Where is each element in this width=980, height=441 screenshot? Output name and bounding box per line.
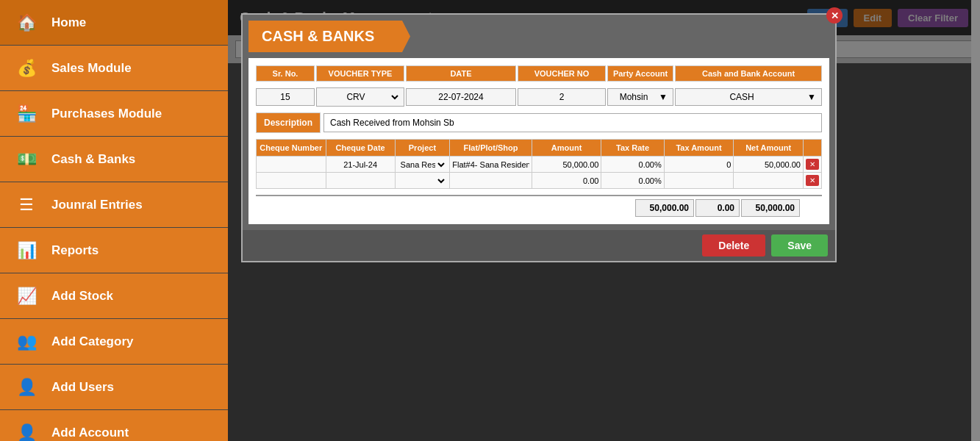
row2-net-amount-input[interactable] [736, 176, 801, 185]
description-row: Description [256, 112, 822, 133]
voucher-no-input[interactable] [521, 92, 602, 102]
col-amount: Amount [532, 140, 601, 157]
sidebar-label-add-stock: Add Stock [51, 289, 113, 304]
sidebar: 🏠 Home 💰 Sales Module 🏪 Purchases Module… [0, 0, 228, 441]
col-net-amount: Net Amount [734, 140, 804, 157]
row2-amount-input[interactable] [534, 176, 599, 185]
row1-cheque-date [326, 157, 395, 173]
sidebar-item-reports[interactable]: 📊 Reports [0, 228, 228, 273]
row1-net-amount [734, 157, 804, 173]
row2-net-amount [734, 173, 804, 189]
sales-icon: 💰 [12, 54, 41, 83]
row1-tax-rate [601, 157, 664, 173]
modal-close-button[interactable]: ✕ [826, 7, 843, 24]
modal-body: Sr. No. VOUCHER TYPE DATE VOUCHER NO Par… [248, 58, 829, 224]
row2-delete-button[interactable]: ✕ [806, 175, 819, 186]
party-account-header: Party Account [607, 65, 673, 82]
table-header: Cheque Number Cheque Date Project Flat/P… [257, 140, 822, 157]
row2-flat-input[interactable] [452, 176, 529, 185]
row1-amount-input[interactable] [534, 160, 599, 169]
sidebar-item-sales[interactable]: 💰 Sales Module [0, 46, 228, 91]
sidebar-item-add-users[interactable]: 👤 Add Users [0, 365, 228, 410]
date-input[interactable] [409, 92, 512, 102]
row1-net-amount-input[interactable] [736, 160, 801, 169]
row1-delete-button[interactable]: ✕ [806, 159, 819, 170]
date-header: DATE [406, 65, 516, 82]
description-input[interactable] [323, 113, 822, 132]
row2-cheque-number [257, 173, 326, 189]
col-project: Project [395, 140, 450, 157]
totals-row: 50,000.00 0.00 50,000.00 [256, 195, 822, 217]
row2-cheque-date-input[interactable] [329, 176, 393, 185]
sidebar-label-add-category: Add Category [51, 334, 133, 349]
entries-table: Cheque Number Cheque Date Project Flat/P… [256, 139, 822, 189]
voucher-type-select[interactable]: CRV CPV [320, 91, 401, 103]
party-account-cell: ▼ [607, 88, 673, 106]
cash-banks-modal: ✕ CASH & BANKS Sr. No. VOUCHER TYPE DATE… [241, 13, 837, 262]
cash-banks-icon: 💵 [12, 145, 41, 174]
row1-cheque-number-input[interactable] [259, 160, 323, 169]
row1-action: ✕ [803, 157, 821, 173]
sidebar-item-add-category[interactable]: 👥 Add Category [0, 319, 228, 365]
sidebar-item-home[interactable]: 🏠 Home [0, 0, 228, 46]
sidebar-item-add-stock[interactable]: 📈 Add Stock [0, 273, 228, 319]
sr-no-input[interactable] [260, 92, 311, 102]
date-cell [406, 88, 516, 106]
table-row: Sana Residency [257, 157, 822, 173]
form-header-row: Sr. No. VOUCHER TYPE DATE VOUCHER NO Par… [256, 65, 822, 82]
sidebar-item-journal[interactable]: ☰ Jounral Entries [0, 182, 228, 228]
row2-tax-rate [601, 173, 664, 189]
sidebar-label-home: Home [51, 15, 86, 30]
row2-project-select[interactable]: Sana Residency [398, 176, 448, 186]
save-button[interactable]: Save [771, 234, 828, 257]
sidebar-item-add-account[interactable]: 👤 Add Account [0, 410, 228, 441]
row1-flat [450, 157, 532, 173]
sidebar-label-add-users: Add Users [51, 380, 114, 395]
add-users-icon: 👤 [12, 373, 41, 402]
voucher-type-cell: CRV CPV [316, 87, 404, 107]
add-account-icon: 👤 [12, 418, 41, 442]
sidebar-item-cash-banks[interactable]: 💵 Cash & Banks [0, 137, 228, 182]
sidebar-item-purchases[interactable]: 🏪 Purchases Module [0, 91, 228, 137]
row1-tax-amount [664, 157, 734, 173]
row1-amount [532, 157, 601, 173]
table-scroll-area: Cheque Number Cheque Date Project Flat/P… [256, 139, 822, 192]
row1-tax-rate-input[interactable] [604, 160, 661, 169]
row2-cheque-number-input[interactable] [259, 176, 323, 185]
row1-flat-input[interactable] [452, 160, 529, 169]
sidebar-label-purchases: Purchases Module [51, 107, 162, 121]
form-value-row: CRV CPV ▼ [256, 87, 822, 107]
row1-project: Sana Residency [395, 157, 450, 173]
row1-cheque-date-input[interactable] [329, 160, 393, 169]
reports-icon: 📊 [12, 236, 41, 265]
row2-tax-rate-input[interactable] [604, 176, 661, 185]
delete-button[interactable]: Delete [702, 234, 765, 257]
main-content: Cash & Banks Management New Edit Clear F… [228, 0, 980, 441]
sidebar-label-cash-banks: Cash & Banks [51, 152, 135, 167]
party-account-input[interactable] [611, 92, 657, 102]
total-tax-amount: 0.00 [695, 199, 740, 217]
cash-bank-header: Cash and Bank Account [675, 65, 822, 82]
table-row: Sana Residency [257, 173, 822, 189]
add-category-icon: 👥 [12, 327, 41, 356]
add-stock-icon: 📈 [12, 282, 41, 311]
main-scrollbar[interactable] [971, 0, 980, 441]
purchases-icon: 🏪 [12, 99, 41, 129]
cash-bank-input[interactable] [679, 92, 805, 102]
sidebar-label-add-account: Add Account [51, 426, 129, 440]
total-amount: 50,000.00 [635, 199, 694, 217]
row2-cheque-date [326, 173, 395, 189]
row1-project-select[interactable]: Sana Residency [398, 159, 448, 170]
party-account-dropdown-icon[interactable]: ▼ [657, 92, 670, 102]
voucher-no-header: VOUCHER NO [518, 65, 606, 82]
cash-bank-dropdown-icon[interactable]: ▼ [805, 92, 818, 102]
col-cheque-number: Cheque Number [257, 140, 326, 157]
row2-tax-amount-input[interactable] [667, 176, 732, 185]
col-flat: Flat/Plot/Shop [450, 140, 532, 157]
row1-tax-amount-input[interactable] [667, 160, 732, 169]
table-body: Sana Residency [257, 157, 822, 189]
row2-flat [450, 173, 532, 189]
row2-amount [532, 173, 601, 189]
voucher-type-header: VOUCHER TYPE [316, 65, 404, 82]
col-cheque-date: Cheque Date [326, 140, 395, 157]
